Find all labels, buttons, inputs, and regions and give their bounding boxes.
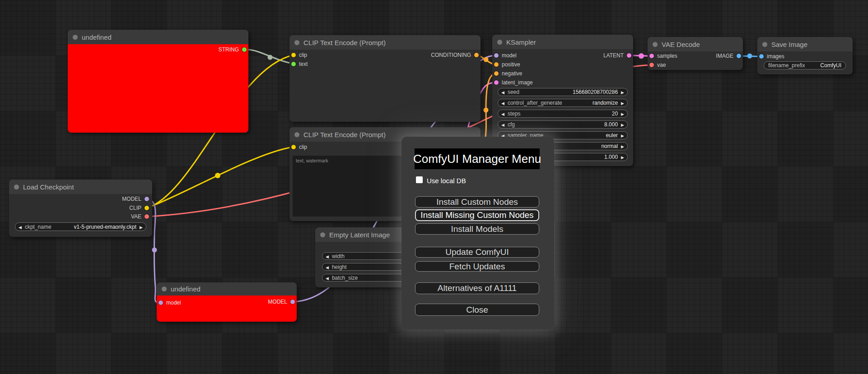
update-comfyui-button[interactable]: Update ComfyUI [415,247,539,258]
input-slot-vae[interactable]: vae [649,62,666,68]
widget-control-after-generate[interactable]: control_after_generate randomize [498,99,628,107]
node-save-image[interactable]: Save Image images filename_prefix ComfyU… [757,37,853,74]
input-slot-model[interactable]: model [494,52,517,59]
clip-port-icon[interactable] [291,145,296,149]
increment-arrow-icon[interactable] [621,121,624,128]
latent-port-icon[interactable] [494,80,499,85]
node-clip-text-encode-1[interactable]: CLIP Text Encode (Prompt) clip text COND… [289,35,481,122]
decrement-arrow-icon[interactable] [326,253,329,259]
increment-arrow-icon[interactable] [621,132,624,139]
node-title-bar[interactable]: VAE Decode [648,37,743,51]
collapse-dot-icon[interactable] [294,40,299,45]
node-title-bar[interactable]: KSampler [492,35,633,49]
clip-port-icon[interactable] [145,206,149,210]
node-title-bar[interactable]: Load Checkpoint [9,180,152,194]
decrement-arrow-icon[interactable] [326,264,329,270]
input-slot-model[interactable]: model [159,300,181,306]
node-title: CLIP Text Encode (Prompt) [303,39,386,46]
model-port-icon[interactable] [159,300,163,305]
install-custom-nodes-button[interactable]: Install Custom Nodes [415,196,539,208]
node-graph-canvas[interactable]: undefined STRING CLIP Text Encode (Promp… [0,0,868,374]
input-slot-clip[interactable]: clip [291,52,307,58]
output-slot-model[interactable]: MODEL [122,196,149,202]
text-port-icon[interactable] [291,62,296,66]
increment-arrow-icon[interactable] [621,111,624,117]
node-title-bar[interactable]: undefined [157,282,297,296]
output-slot-clip[interactable]: CLIP [129,205,149,211]
output-slot-image[interactable]: IMAGE [716,53,741,59]
model-port-icon[interactable] [494,53,499,58]
decrement-arrow-icon[interactable] [501,121,504,128]
vae-port-icon[interactable] [145,214,149,219]
output-slot-vae[interactable]: VAE [131,213,149,220]
output-slot-conditioning[interactable]: CONDITIONING [431,52,479,58]
fetch-updates-button[interactable]: Fetch Updates [415,261,539,272]
close-button[interactable]: Close [415,304,539,316]
input-slot-clip[interactable]: clip [291,144,307,150]
output-slot-latent[interactable]: LATENT [603,52,631,59]
reroute-dot-model [152,248,157,253]
widget-cfg[interactable]: cfg 8.000 [498,120,628,129]
vae-port-icon[interactable] [649,63,654,67]
decrement-arrow-icon[interactable] [326,275,329,281]
widget-label: steps [508,111,563,117]
node-undefined-bottom[interactable]: undefined model MODEL [157,282,297,322]
collapse-dot-icon[interactable] [762,42,767,47]
input-slot-text[interactable]: text [291,61,308,67]
input-slot-negative[interactable]: negative [494,70,522,77]
reroute-dot-image [747,54,752,59]
node-title-bar[interactable]: undefined [68,30,248,44]
install-missing-custom-nodes-button[interactable]: Install Missing Custom Nodes [415,209,539,221]
widget-batch-size[interactable]: batch_size [322,274,412,282]
widget-ckpt-name[interactable]: ckpt_name v1-5-pruned-emaonly.ckpt [15,222,146,231]
image-port-icon[interactable] [737,54,741,58]
conditioning-port-icon[interactable] [494,62,499,67]
conditioning-port-icon[interactable] [494,71,499,76]
install-models-button[interactable]: Install Models [415,223,539,235]
latent-port-icon[interactable] [649,54,654,58]
input-slot-samples[interactable]: samples [649,53,677,59]
decrement-arrow-icon[interactable] [501,89,504,95]
input-slot-images[interactable]: images [759,53,784,60]
node-undefined-top[interactable]: undefined STRING [68,30,248,133]
node-load-checkpoint[interactable]: Load Checkpoint MODEL CLIP VAE ckpt_name… [9,180,152,237]
collapse-dot-icon[interactable] [14,185,19,189]
node-vae-decode[interactable]: VAE Decode samples vae IMAGE [648,37,743,70]
decrement-arrow-icon[interactable] [501,111,504,117]
decrement-arrow-icon[interactable] [19,224,22,230]
increment-arrow-icon[interactable] [621,154,624,160]
collapse-dot-icon[interactable] [294,132,299,137]
model-port-icon[interactable] [290,300,295,304]
node-title-bar[interactable]: CLIP Text Encode (Prompt) [289,35,481,50]
collapse-dot-icon[interactable] [497,40,502,45]
collapse-dot-icon[interactable] [73,35,78,40]
input-slot-positive[interactable]: positive [494,61,520,68]
model-port-icon[interactable] [145,197,149,201]
output-slot-string[interactable]: STRING [219,46,247,53]
increment-arrow-icon[interactable] [140,224,143,230]
widget-height[interactable]: height [322,263,412,271]
widget-width[interactable]: width [322,252,412,260]
input-slot-latent-image[interactable]: latent_image [494,79,533,86]
widget-filename-prefix[interactable]: filename_prefix ComfyUI [764,61,846,69]
collapse-dot-icon[interactable] [162,286,167,291]
widget-seed[interactable]: seed 156680208700286 [498,88,628,96]
decrement-arrow-icon[interactable] [501,100,504,106]
node-title-bar[interactable]: Save Image [757,37,853,51]
string-port-icon[interactable] [242,47,247,52]
increment-arrow-icon[interactable] [621,89,624,95]
collapse-dot-icon[interactable] [653,42,658,47]
increment-arrow-icon[interactable] [621,100,624,106]
image-port-icon[interactable] [759,54,764,59]
widget-label: width [332,253,409,259]
conditioning-port-icon[interactable] [474,53,479,57]
collapse-dot-icon[interactable] [320,232,325,237]
widget-value: v1-5-pruned-emaonly.ckpt [74,224,137,230]
clip-port-icon[interactable] [291,53,296,57]
increment-arrow-icon[interactable] [621,143,624,149]
output-slot-model[interactable]: MODEL [268,299,295,305]
alternatives-of-a1111-button[interactable]: Alternatives of A1111 [415,282,539,294]
use-local-db-checkbox[interactable] [416,176,423,183]
widget-steps[interactable]: steps 20 [498,110,628,118]
latent-port-icon[interactable] [627,53,631,58]
